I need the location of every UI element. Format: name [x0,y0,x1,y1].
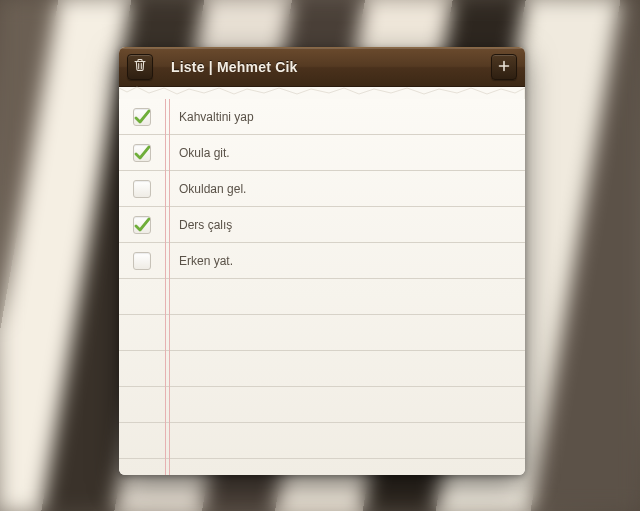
item-label: Okuldan gel. [179,182,246,196]
list-item: Erken yat. [119,243,525,279]
delete-button[interactable] [127,54,153,80]
item-label: Erken yat. [179,254,233,268]
list-item: Okula git. [119,135,525,171]
header-bar: Liste | Mehmet Cik [119,47,525,87]
paper-torn-edge [119,87,525,99]
item-label: Ders çalış [179,218,232,232]
plus-icon [498,58,510,76]
add-button[interactable] [491,54,517,80]
list-item: Ders çalış [119,207,525,243]
paper-sheet: Kahvaltini yap Okula git. Okuldan gel. D… [119,99,525,475]
checkbox[interactable] [133,216,151,234]
list-item: Kahvaltini yap [119,99,525,135]
item-label: Kahvaltini yap [179,110,254,124]
checkbox[interactable] [133,180,151,198]
checkbox[interactable] [133,108,151,126]
checkbox[interactable] [133,144,151,162]
list-item: Okuldan gel. [119,171,525,207]
header-title: Liste | Mehmet Cik [153,59,491,75]
todo-app-window: Liste | Mehmet Cik Kahvaltini yap Okula … [119,47,525,475]
trash-icon [133,58,147,76]
item-label: Okula git. [179,146,230,160]
checkbox[interactable] [133,252,151,270]
